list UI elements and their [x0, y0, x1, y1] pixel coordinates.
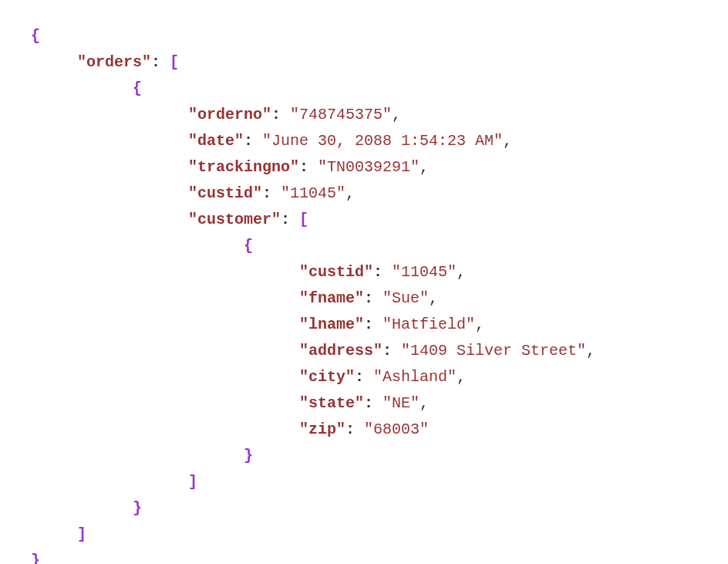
code-line: "city": "Ashland",: [31, 364, 697, 390]
code-line: }: [31, 548, 697, 564]
json-key-city: "city": [299, 368, 355, 386]
comma: ,: [586, 342, 595, 360]
json-key-fname: "fname": [299, 289, 364, 307]
colon: :: [364, 316, 373, 333]
colon: :: [271, 106, 281, 123]
json-key-custid: "custid": [188, 184, 262, 202]
json-value-fname: "Sue": [383, 289, 429, 307]
json-key-customer: "customer": [188, 211, 281, 228]
code-line: "date": "June 30, 2088 1:54:23 AM",: [31, 128, 697, 154]
close-brace: }: [133, 499, 142, 517]
code-line: {: [31, 76, 697, 102]
code-line: "custid": "11045",: [31, 181, 697, 207]
json-key-orders: "orders": [77, 53, 151, 71]
json-code-block: { "orders": [ { "orderno": "748745375", …: [31, 23, 697, 564]
comma: ,: [457, 368, 466, 386]
json-key-orderno: "orderno": [188, 106, 271, 123]
colon: :: [373, 263, 383, 281]
json-key-zip: "zip": [299, 420, 345, 438]
json-value-address: "1409 Silver Street": [401, 342, 586, 360]
json-value-state: "NE": [383, 394, 420, 412]
code-line: {: [31, 233, 697, 259]
json-key-state: "state": [299, 394, 364, 412]
open-brace: {: [31, 27, 40, 45]
code-line: "fname": "Sue",: [31, 285, 697, 312]
code-line: }: [31, 495, 697, 522]
close-brace: }: [31, 552, 40, 564]
close-bracket: ]: [77, 525, 86, 543]
comma: ,: [392, 106, 401, 123]
comma: ,: [420, 158, 429, 176]
code-line: }: [31, 443, 697, 469]
colon: :: [345, 420, 355, 438]
open-bracket: [: [299, 211, 308, 228]
close-brace: }: [244, 447, 253, 464]
colon: :: [364, 394, 373, 412]
colon: :: [364, 289, 373, 307]
code-line: "state": "NE",: [31, 390, 697, 417]
json-value-date: "June 30, 2088 1:54:23 AM": [262, 132, 503, 150]
json-value-zip: "68003": [364, 420, 429, 438]
code-line: "zip": "68003": [31, 417, 697, 443]
close-bracket: ]: [188, 473, 197, 491]
json-value-lname: "Hatfield": [383, 316, 475, 333]
open-bracket: [: [170, 53, 179, 71]
code-line: ]: [31, 469, 697, 495]
code-line: ]: [31, 522, 697, 548]
colon: :: [262, 184, 271, 202]
json-value-orderno: "748745375": [290, 106, 392, 123]
code-line: "lname": "Hatfield",: [31, 312, 697, 338]
code-line: "orders": [: [31, 49, 697, 76]
comma: ,: [420, 394, 429, 412]
colon: :: [355, 368, 364, 386]
json-value-custid: "11045": [281, 184, 345, 202]
colon: :: [281, 211, 290, 228]
code-line: {: [31, 23, 697, 49]
code-line: "customer": [: [31, 207, 697, 233]
json-value-city: "Ashland": [373, 368, 457, 386]
json-value-custid: "11045": [392, 263, 457, 281]
json-key-trackingno: "trackingno": [188, 158, 299, 176]
comma: ,: [345, 184, 355, 202]
open-brace: {: [133, 79, 142, 97]
code-line: "trackingno": "TN0039291",: [31, 154, 697, 181]
comma: ,: [429, 289, 438, 307]
comma: ,: [503, 132, 512, 150]
json-key-address: "address": [299, 342, 383, 360]
colon: :: [383, 342, 392, 360]
json-value-trackingno: "TN0039291": [318, 158, 420, 176]
comma: ,: [475, 316, 484, 333]
code-line: "orderno": "748745375",: [31, 102, 697, 128]
open-brace: {: [244, 237, 253, 255]
code-line: "address": "1409 Silver Street",: [31, 338, 697, 364]
json-key-custid: "custid": [299, 263, 373, 281]
code-line: "custid": "11045",: [31, 259, 697, 285]
comma: ,: [457, 263, 466, 281]
json-key-date: "date": [188, 132, 244, 150]
json-key-lname: "lname": [299, 316, 364, 333]
colon: :: [151, 53, 160, 71]
colon: :: [299, 158, 308, 176]
colon: :: [244, 132, 253, 150]
